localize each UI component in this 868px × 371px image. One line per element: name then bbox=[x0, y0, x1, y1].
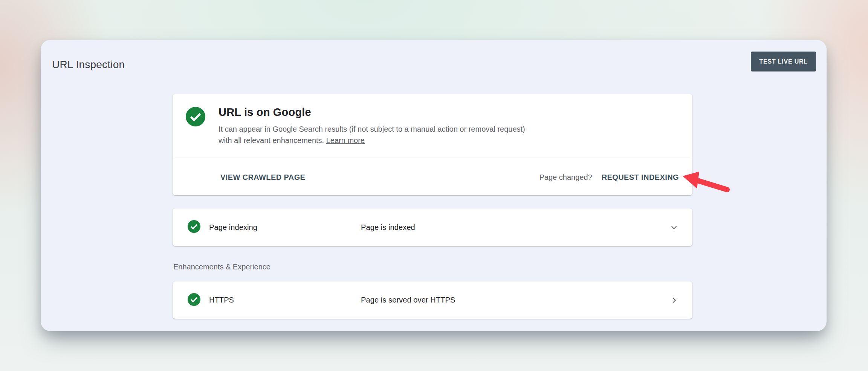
enhancements-section-label: Enhancements & Experience bbox=[173, 263, 692, 271]
url-status-text: URL is on Google It can appear in Google… bbox=[219, 106, 534, 146]
page-title: URL Inspection bbox=[52, 59, 125, 71]
chevron-down-icon[interactable] bbox=[670, 223, 678, 231]
learn-more-link[interactable]: Learn more bbox=[326, 136, 365, 144]
spacer bbox=[173, 195, 692, 208]
url-status-description: It can appear in Google Search results (… bbox=[219, 123, 534, 146]
chevron-right-icon[interactable] bbox=[670, 296, 678, 304]
https-status: Page is served over HTTPS bbox=[361, 296, 455, 304]
inspection-results: URL is on Google It can appear in Google… bbox=[173, 94, 692, 319]
url-status-description-text: It can appear in Google Search results (… bbox=[219, 125, 525, 144]
page-indexing-label: Page indexing bbox=[209, 223, 257, 232]
request-indexing-button[interactable]: REQUEST INDEXING bbox=[602, 173, 679, 182]
url-status-summary: URL is on Google It can appear in Google… bbox=[173, 94, 692, 159]
url-status-card: URL is on Google It can appear in Google… bbox=[173, 94, 692, 195]
test-live-url-button[interactable]: TEST LIVE URL bbox=[751, 52, 816, 71]
check-circle-icon bbox=[186, 107, 205, 128]
url-status-title: URL is on Google bbox=[219, 106, 534, 119]
url-inspection-panel: URL Inspection TEST LIVE URL URL is on G… bbox=[41, 40, 827, 331]
view-crawled-page-button[interactable]: VIEW CRAWLED PAGE bbox=[220, 173, 305, 182]
page-indexing-status: Page is indexed bbox=[361, 223, 415, 232]
page-indexing-row[interactable]: Page indexing Page is indexed bbox=[173, 208, 692, 246]
https-label: HTTPS bbox=[209, 296, 234, 304]
request-indexing-group: Page changed? REQUEST INDEXING bbox=[539, 173, 679, 182]
check-circle-icon bbox=[188, 293, 200, 307]
url-status-actions: VIEW CRAWLED PAGE Page changed? REQUEST … bbox=[173, 159, 692, 195]
https-row[interactable]: HTTPS Page is served over HTTPS bbox=[173, 281, 692, 319]
check-circle-icon bbox=[188, 220, 200, 234]
page-changed-label: Page changed? bbox=[539, 173, 592, 182]
